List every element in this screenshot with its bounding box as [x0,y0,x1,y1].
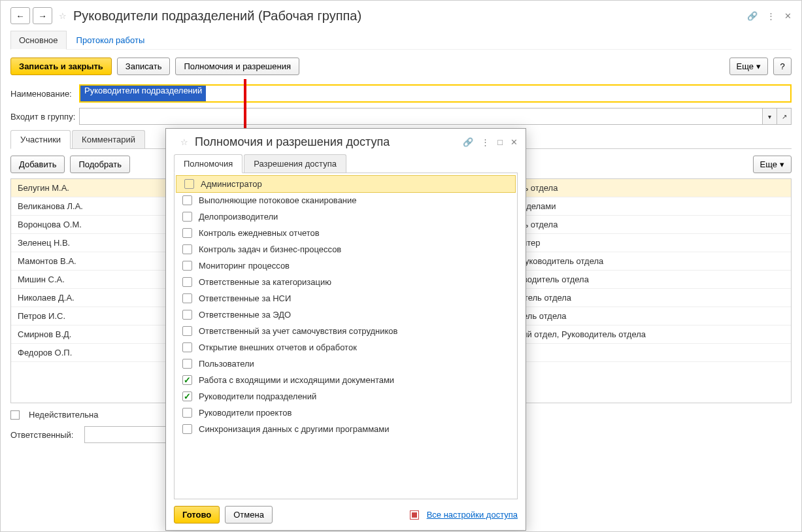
toolbar: Записать и закрыть Записать Полномочия и… [10,58,792,75]
tab-access[interactable]: Разрешения доступа [244,154,346,173]
cell-name: Смирнов В.Д. [11,325,142,344]
permission-label: Выполняющие потоковое сканирование [199,195,357,205]
close-icon[interactable]: ✕ [784,11,792,21]
chevron-down-icon: ▾ [756,61,761,71]
permission-checkbox[interactable] [182,375,192,385]
dropdown-icon[interactable]: ▾ [762,108,777,124]
open-icon[interactable]: ↗ [777,108,791,124]
forward-button[interactable]: → [33,7,52,24]
cell-role: галтер [508,234,791,252]
cell-name: Воронцова О.М. [11,216,142,234]
chevron-down-icon: ▾ [780,159,784,169]
permission-checkbox[interactable] [182,359,192,369]
permission-row[interactable]: Делопроизводители [175,208,517,225]
permission-checkbox[interactable] [182,195,192,205]
permission-row[interactable]: Синхронизация данных с другими программа… [175,421,517,437]
sub-more-label: Еще [760,159,777,169]
permission-label: Контроль ежедневных отчетов [199,228,320,238]
tab-permissions[interactable]: Полномочия [174,154,242,173]
cell-name: Федоров О.П. [11,344,142,362]
permissions-list[interactable]: АдминистраторВыполняющие потоковое скани… [174,173,518,499]
pick-button[interactable]: Подобрать [70,156,129,173]
permission-checkbox[interactable] [182,342,192,352]
name-label: Наименование: [10,89,79,99]
cell-role: ель отдела [508,216,791,234]
add-button[interactable]: Добавить [10,156,65,173]
close-icon[interactable]: ✕ [510,137,518,147]
dialog-tabs: Полномочия Разрешения доступа [174,154,518,173]
responsible-label: Ответственный: [10,430,79,440]
cancel-button[interactable]: Отмена [225,506,273,524]
permission-checkbox[interactable] [184,179,194,189]
group-input[interactable] [80,108,762,124]
permission-row[interactable]: Ответственные за НСИ [175,290,517,307]
permission-label: Ответственные за НСИ [199,293,291,303]
dialog-footer: Готово Отмена Все настройки доступа [174,499,518,524]
permission-row[interactable]: Ответственный за учет самочувствия сотру… [175,323,517,339]
maximize-icon[interactable]: □ [497,137,503,147]
permission-row[interactable]: Мониторинг процессов [175,258,517,274]
all-settings-link[interactable]: Все настройки доступа [427,510,518,520]
permission-row[interactable]: Контроль ежедневных отчетов [175,225,517,241]
done-button[interactable]: Готово [174,506,220,524]
permission-checkbox[interactable] [182,277,192,287]
link-icon[interactable]: 🔗 [463,137,473,147]
permission-row[interactable]: Открытие внешних отчетов и обработок [175,339,517,356]
permission-label: Открытие внешних отчетов и обработок [199,342,357,352]
permission-checkbox[interactable] [182,408,192,418]
permissions-dialog: ☆ Полномочия и разрешения доступа 🔗 ⋮ □ … [165,128,526,531]
save-close-button[interactable]: Записать и закрыть [10,58,112,75]
more-button[interactable]: Еще▾ [729,58,768,75]
name-input-rest[interactable] [206,86,790,101]
permission-checkbox[interactable] [182,244,192,254]
permission-row[interactable]: Выполняющие потоковое сканирование [175,192,517,208]
cell-name: Николаев Д.А. [11,289,142,307]
permission-label: Ответственные за ЭДО [199,310,291,320]
favorite-icon[interactable]: ☆ [59,11,67,21]
cell-role: итель отдела [508,307,791,325]
permission-row[interactable]: Работа с входящими и исходящими документ… [175,372,517,388]
name-row: Наименование: Руководители подразделений [10,84,792,103]
sub-more-button[interactable]: Еще▾ [753,156,792,173]
permission-row[interactable]: Ответственные за категоризацию [175,274,517,290]
permission-row[interactable]: Руководители проектов [175,405,517,421]
permission-label: Ответственные за категоризацию [199,277,331,287]
favorite-icon[interactable]: ☆ [180,137,188,147]
save-button[interactable]: Записать [117,58,171,75]
permission-checkbox[interactable] [182,261,192,271]
permission-label: Администратор [201,179,262,189]
kebab-icon[interactable]: ⋮ [481,137,490,147]
name-input[interactable]: Руководители подразделений [80,86,206,101]
permission-row[interactable]: Руководители подразделений [175,388,517,405]
help-button[interactable]: ? [773,58,792,75]
kebab-icon[interactable]: ⋮ [767,11,775,21]
inactive-checkbox[interactable] [10,410,20,420]
cell-name: Великанова Л.А. [11,197,142,216]
permissions-button[interactable]: Полномочия и разрешения [175,58,299,75]
tab-comment[interactable]: Комментарий [72,130,145,148]
permission-checkbox[interactable] [182,293,192,303]
cell-role: ский отдел, Руководитель отдела [508,325,791,344]
permission-checkbox[interactable] [182,326,192,336]
permission-label: Делопроизводители [199,212,278,222]
permission-checkbox[interactable] [182,424,192,434]
permission-label: Руководители проектов [199,408,292,418]
permission-checkbox[interactable] [182,228,192,238]
tab-main[interactable]: Основное [10,31,67,50]
permission-checkbox[interactable] [182,310,192,320]
permission-label: Пользователи [199,359,254,369]
tab-participants[interactable]: Участники [10,130,71,149]
back-button[interactable]: ← [10,7,30,24]
cell-name: Белугин М.А. [11,179,142,197]
permission-checkbox[interactable] [182,212,192,222]
permission-label: Синхронизация данных с другими программа… [199,424,390,434]
permission-checkbox[interactable] [182,391,192,401]
cell-name: Мамонтов В.А. [11,252,142,271]
permission-row[interactable]: Контроль задач и бизнес-процессов [175,241,517,258]
permission-row[interactable]: Ответственные за ЭДО [175,307,517,323]
link-icon[interactable]: 🔗 [747,11,758,21]
permission-row[interactable]: Пользователи [175,356,517,372]
permission-row[interactable]: Администратор [176,175,516,193]
title-bar: ← → ☆ Руководители подразделений (Рабоча… [10,7,792,24]
tab-protocol[interactable]: Протокол работы [68,31,154,49]
